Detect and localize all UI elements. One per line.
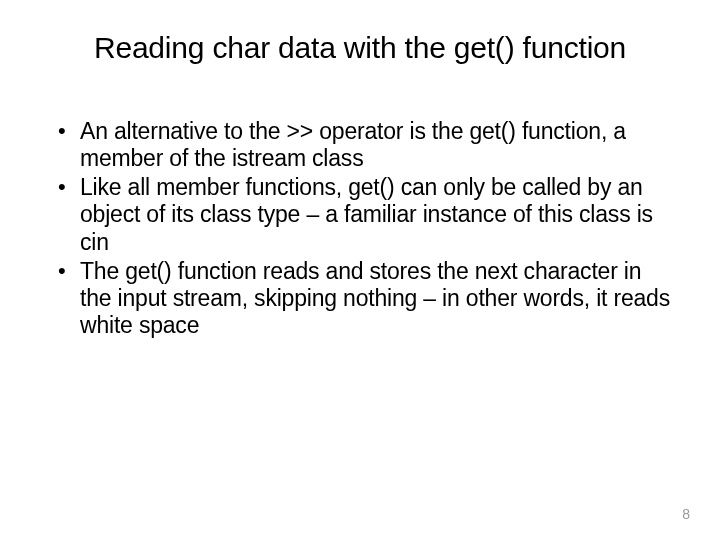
bullet-item: The get() function reads and stores the … <box>56 258 672 339</box>
slide-title: Reading char data with the get() functio… <box>48 30 672 66</box>
page-number: 8 <box>682 506 690 522</box>
bullet-item: An alternative to the >> operator is the… <box>56 118 672 172</box>
bullet-item: Like all member functions, get() can onl… <box>56 174 672 255</box>
bullet-list: An alternative to the >> operator is the… <box>48 118 672 339</box>
slide-container: Reading char data with the get() functio… <box>0 0 720 540</box>
